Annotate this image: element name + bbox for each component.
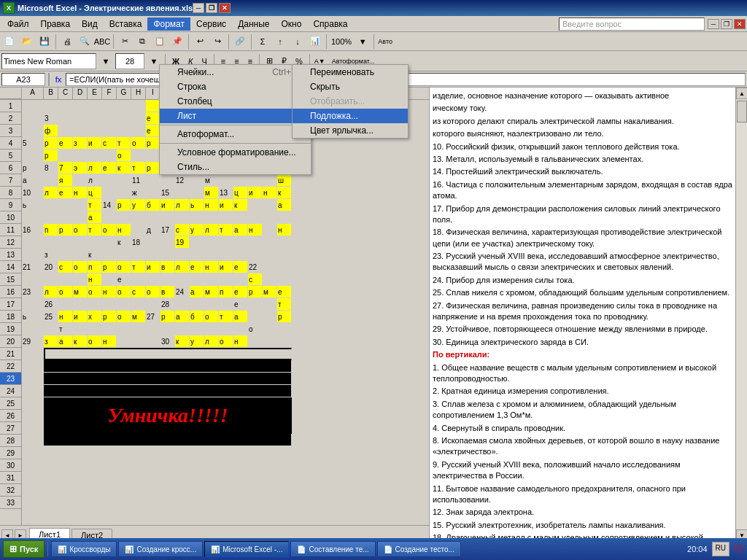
new-button[interactable]: 📄 (1, 34, 18, 50)
cell-J18[interactable]: р (160, 311, 175, 323)
cell-M12[interactable] (204, 236, 219, 249)
cell-B13[interactable]: з (44, 249, 58, 261)
menu-sheet-item[interactable]: Лист ▶ (160, 109, 311, 123)
print-preview-button[interactable]: 🔍 (77, 34, 93, 50)
cell-C8[interactable]: е (58, 187, 73, 199)
cell-P8[interactable]: и (248, 187, 263, 199)
cell-C12[interactable] (58, 236, 73, 249)
cell-L7[interactable] (190, 174, 204, 187)
cell-L17[interactable] (190, 298, 204, 311)
cell-I13[interactable] (146, 249, 160, 261)
cell-I6[interactable]: р (146, 162, 160, 174)
cell-L20[interactable]: у (190, 335, 204, 348)
cell-H18[interactable]: м (131, 311, 146, 323)
cell-A10[interactable] (22, 211, 44, 224)
cell-A1[interactable] (22, 100, 44, 112)
cell-E3[interactable] (88, 125, 102, 137)
cell-K14[interactable]: л (175, 261, 190, 273)
cell-B8[interactable]: л (44, 187, 58, 199)
cell-A13[interactable] (22, 249, 44, 261)
cell-C19[interactable]: т (58, 323, 73, 335)
cell-F14[interactable]: р (102, 261, 117, 273)
menu-format[interactable]: Формат (147, 18, 190, 31)
cell-D15[interactable] (73, 273, 88, 286)
cell-G3[interactable] (117, 125, 131, 137)
row-27[interactable]: 27 (0, 422, 21, 435)
row-15[interactable]: 15 (0, 273, 21, 286)
cell-F15[interactable] (102, 273, 117, 286)
cell-H3[interactable] (131, 125, 146, 137)
cell-I1[interactable] (146, 100, 160, 112)
sort-asc-button[interactable]: ↑ (272, 34, 288, 50)
cell-G6[interactable]: к (117, 162, 131, 174)
cell-I15[interactable] (146, 273, 160, 286)
print-button[interactable]: 🖨 (59, 34, 75, 50)
cell-Q18[interactable] (263, 311, 277, 323)
cell-K8[interactable] (175, 187, 190, 199)
cell-R20[interactable] (277, 335, 292, 348)
cell-merged24[interactable] (44, 385, 292, 397)
cell-C7[interactable]: я (58, 174, 73, 187)
cell-B4[interactable]: р (44, 137, 58, 149)
cell-C14[interactable]: с (58, 261, 73, 273)
cell-P12[interactable] (248, 236, 263, 249)
cell-A5[interactable] (22, 149, 44, 162)
cell-N8[interactable]: 13 (219, 187, 233, 199)
cell-F8[interactable] (102, 187, 117, 199)
cell-L11[interactable]: у (190, 224, 204, 236)
cell-merged23[interactable] (44, 373, 292, 385)
cell-H4[interactable]: о (131, 137, 146, 149)
cell-D11[interactable]: о (73, 224, 88, 236)
submenu-tab-color[interactable]: Цвет ярлычка... (293, 123, 408, 138)
cell-M13[interactable] (204, 249, 219, 261)
cell-D19[interactable] (73, 323, 88, 335)
cell-B15[interactable] (44, 273, 58, 286)
question-input[interactable]: Введите вопрос (559, 18, 705, 31)
autoformat-button[interactable]: Авто (377, 34, 393, 50)
cell-merged21[interactable] (44, 348, 292, 360)
cell-G14[interactable]: о (117, 261, 131, 273)
col-header-B[interactable]: B (44, 88, 58, 99)
cell-J7[interactable] (160, 174, 175, 187)
col-header-F[interactable]: F (102, 88, 117, 99)
cell-G7[interactable] (117, 174, 131, 187)
row-2[interactable]: 2 (0, 112, 21, 125)
cell-C2[interactable] (58, 112, 73, 125)
row-4[interactable]: 4 (0, 137, 21, 149)
cell-A7[interactable]: а (22, 174, 44, 187)
cell-B7[interactable] (44, 174, 58, 187)
menu-file[interactable]: Файл (1, 18, 35, 31)
app-minimize-button[interactable]: ─ (708, 19, 719, 29)
cell-A8[interactable]: 10 (22, 187, 44, 199)
cell-B3[interactable]: ф (44, 125, 58, 137)
cell-N15[interactable] (219, 273, 233, 286)
cell-A28[interactable] (22, 434, 44, 446)
cell-E20[interactable]: о (88, 335, 102, 348)
cell-P11[interactable]: н (248, 224, 263, 236)
cell-B12[interactable] (44, 236, 58, 249)
cell-P9[interactable] (248, 199, 263, 211)
language-button[interactable]: RU (712, 542, 729, 556)
col-header-C[interactable]: C (58, 88, 73, 99)
cell-E17[interactable] (88, 298, 102, 311)
cell-H15[interactable] (131, 273, 146, 286)
cell-A14[interactable]: 21 (22, 261, 44, 273)
cell-J12[interactable] (160, 236, 175, 249)
cell-I2[interactable]: е (146, 112, 160, 125)
cell-A12[interactable] (22, 236, 44, 249)
cell-G16[interactable]: о (117, 286, 131, 298)
cell-G18[interactable]: о (117, 311, 131, 323)
cell-C13[interactable] (58, 249, 73, 261)
cell-O10[interactable] (233, 211, 248, 224)
cell-P20[interactable] (248, 335, 263, 348)
font-size-input[interactable] (115, 53, 144, 69)
cell-I17[interactable] (146, 298, 160, 311)
cell-H20[interactable] (131, 335, 146, 348)
row-22[interactable]: 22 (0, 360, 21, 373)
cell-G2[interactable] (117, 112, 131, 125)
cell-A24[interactable] (22, 385, 44, 397)
cell-J17[interactable]: 28 (160, 298, 175, 311)
cell-A4[interactable]: 5 (22, 137, 44, 149)
row-1[interactable]: 1 (0, 100, 21, 112)
cell-A20[interactable]: 29 (22, 335, 44, 348)
